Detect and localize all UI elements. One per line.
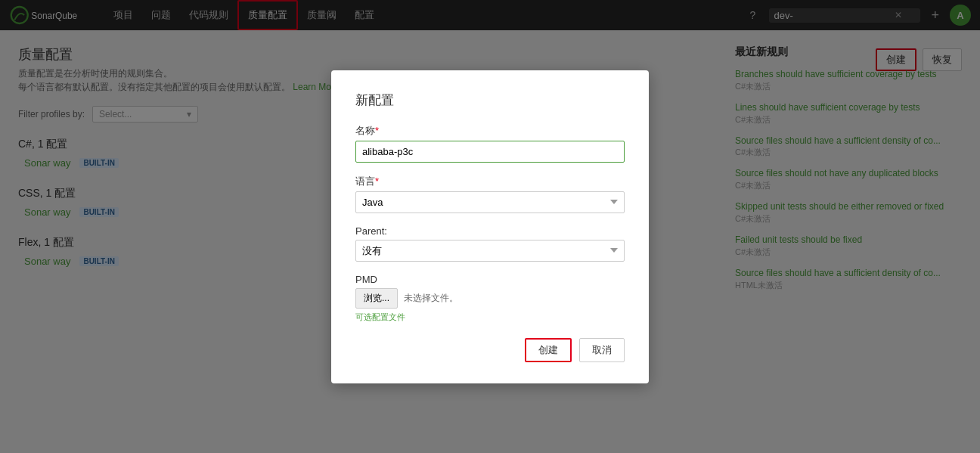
form-group-language: 语言* Java C# CSS Flex Go JavaScript [355, 175, 625, 213]
pmd-label: PMD [355, 274, 625, 285]
file-name-display: 未选择文件。 [404, 292, 458, 301]
parent-select[interactable]: 没有 [355, 240, 625, 262]
language-required: * [375, 175, 379, 187]
language-select-wrapper: Java C# CSS Flex Go JavaScript [355, 191, 625, 213]
form-group-name: 名称* [355, 124, 625, 163]
form-group-parent: Parent: 没有 [355, 225, 625, 262]
language-label: 语言* [355, 175, 625, 188]
modal-overlay: 新配置 名称* 语言* Java C# CSS Flex Go JavaScri… [0, 0, 980, 300]
form-group-pmd: PMD 浏览... 未选择文件。 可选配置文件 [355, 274, 625, 301]
modal-title: 新配置 [355, 92, 625, 109]
parent-label: Parent: [355, 225, 625, 237]
name-label: 名称* [355, 124, 625, 138]
modal-dialog: 新配置 名称* 语言* Java C# CSS Flex Go JavaScri… [331, 70, 649, 301]
language-select[interactable]: Java C# CSS Flex Go JavaScript [355, 191, 625, 213]
browse-button[interactable]: 浏览... [355, 288, 398, 301]
name-input[interactable] [355, 141, 625, 163]
file-input-row: 浏览... 未选择文件。 [355, 288, 625, 301]
name-required: * [375, 125, 379, 136]
parent-select-wrapper: 没有 [355, 240, 625, 262]
